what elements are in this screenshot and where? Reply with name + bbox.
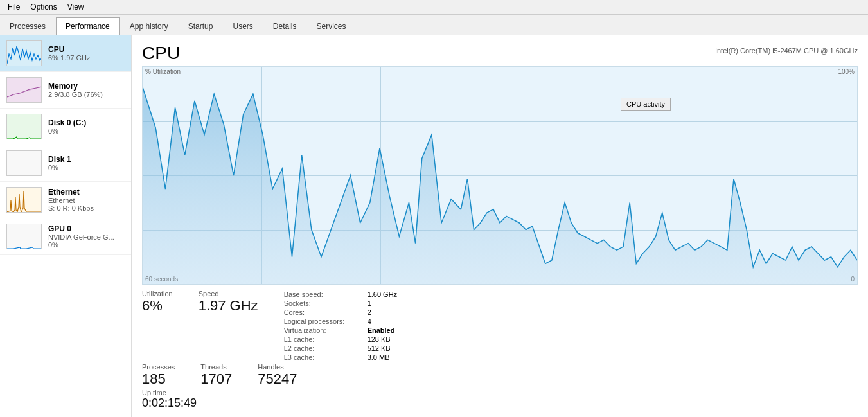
ethernet-sidebar-title: Ethernet [48, 188, 125, 197]
processes-value: 185 [142, 371, 175, 387]
disk0-sidebar-title: Disk 0 (C:) [48, 118, 125, 127]
svg-rect-2 [7, 114, 42, 139]
sidebar-item-cpu[interactable]: CPU 6% 1.97 GHz [0, 35, 131, 72]
svg-rect-1 [7, 78, 42, 103]
virt-label: Virtualization: [284, 326, 368, 335]
gpu0-sidebar-info: GPU 0 NVIDIA GeForce G... 0% [48, 224, 125, 249]
cpu-chart-svg [143, 67, 857, 284]
disk0-sidebar-sub: 0% [48, 127, 125, 135]
gpu0-sidebar-title: GPU 0 [48, 224, 125, 233]
cpu-sidebar-info: CPU 6% 1.97 GHz [48, 45, 125, 62]
svg-marker-6 [143, 87, 857, 284]
cpu-sidebar-sub: 6% 1.97 GHz [48, 54, 125, 62]
disk1-thumbnail [6, 150, 42, 176]
svg-rect-5 [7, 224, 42, 249]
sidebar: CPU 6% 1.97 GHz Memory 2.9/3.8 GB (76%) [0, 35, 132, 417]
uptime-value: 0:02:15:49 [142, 396, 197, 411]
processes-label: Processes [142, 363, 175, 371]
cpu-model: Intel(R) Core(TM) i5-2467M CPU @ 1.60GHz [715, 47, 858, 55]
l2-value: 512 KB [368, 344, 401, 353]
utilization-value: 6% [142, 297, 173, 314]
disk0-sidebar-info: Disk 0 (C:) 0% [48, 118, 125, 135]
uptime-label: Up time [142, 389, 197, 396]
menu-bar: File Options View [0, 0, 868, 15]
stats-row: Utilization 6% Speed 1.97 GHz Base speed… [142, 290, 858, 362]
details-table: Base speed: 1.60 GHz Sockets: 1 Cores: 2 [284, 290, 858, 362]
disk1-sidebar-sub: 0% [48, 164, 125, 172]
sidebar-item-disk1[interactable]: Disk 1 0% [0, 145, 131, 182]
tab-performance[interactable]: Performance [56, 17, 120, 35]
cores-value: 2 [368, 308, 401, 317]
processes-stat: Processes 185 [142, 363, 175, 387]
gpu0-sidebar-sub2: 0% [48, 241, 125, 249]
disk1-sidebar-info: Disk 1 0% [48, 155, 125, 172]
content-area: CPU Intel(R) Core(TM) i5-2467M CPU @ 1.6… [132, 35, 868, 417]
ethernet-thumbnail [6, 187, 42, 213]
utilization-label: Utilization [142, 290, 173, 297]
svg-rect-3 [7, 151, 42, 176]
tab-users[interactable]: Users [223, 17, 262, 35]
speed-stat: Speed 1.97 GHz [199, 290, 258, 362]
cpu-title: CPU [142, 43, 180, 64]
uptime-row: Up time 0:02:15:49 [142, 389, 858, 411]
disk1-sidebar-title: Disk 1 [48, 155, 125, 164]
menu-options[interactable]: Options [25, 1, 62, 13]
menu-file[interactable]: File [3, 1, 25, 13]
svg-rect-0 [7, 41, 42, 66]
memory-sidebar-sub: 2.9/3.8 GB (76%) [48, 91, 125, 98]
ethernet-sidebar-sub2: S: 0 R: 0 Kbps [48, 204, 125, 212]
sidebar-item-memory[interactable]: Memory 2.9/3.8 GB (76%) [0, 72, 131, 109]
menu-view[interactable]: View [62, 1, 89, 13]
tab-details[interactable]: Details [263, 17, 306, 35]
uptime-stat: Up time 0:02:15:49 [142, 389, 197, 411]
l3-label: L3 cache: [284, 353, 368, 362]
speed-label: Speed [199, 290, 258, 297]
ethernet-sidebar-info: Ethernet Ethernet S: 0 R: 0 Kbps [48, 188, 125, 212]
sockets-value: 1 [368, 299, 401, 308]
sidebar-item-gpu0[interactable]: GPU 0 NVIDIA GeForce G... 0% [0, 218, 131, 255]
l1-label: L1 cache: [284, 335, 368, 344]
gpu0-thumbnail [6, 224, 42, 249]
handles-label: Handles [258, 363, 297, 371]
content-header: CPU Intel(R) Core(TM) i5-2467M CPU @ 1.6… [142, 43, 858, 64]
threads-label: Threads [200, 363, 232, 371]
l3-value: 3.0 MB [368, 353, 401, 362]
logical-value: 4 [368, 317, 401, 326]
tab-bar: Processes Performance App history Startu… [0, 15, 868, 35]
l2-label: L2 cache: [284, 344, 368, 353]
handles-stat: Handles 75247 [258, 363, 297, 387]
cpu-chart: % Utilization 100% 0 60 seconds CPU acti… [142, 66, 858, 285]
stats-row-2: Processes 185 Threads 1707 Handles 75247 [142, 363, 858, 387]
ethernet-sidebar-sub: Ethernet [48, 197, 125, 204]
virt-value: Enabled [368, 326, 401, 335]
tab-apphistory[interactable]: App history [120, 17, 178, 35]
base-speed-value: 1.60 GHz [368, 290, 401, 299]
details-section: Base speed: 1.60 GHz Sockets: 1 Cores: 2 [284, 290, 858, 362]
main-layout: CPU 6% 1.97 GHz Memory 2.9/3.8 GB (76%) [0, 35, 868, 417]
tab-services[interactable]: Services [307, 17, 356, 35]
cpu-thumbnail [6, 40, 42, 66]
memory-sidebar-info: Memory 2.9/3.8 GB (76%) [48, 82, 125, 98]
l1-value: 128 KB [368, 335, 401, 344]
sockets-label: Sockets: [284, 299, 368, 308]
base-speed-label: Base speed: [284, 290, 368, 299]
memory-sidebar-title: Memory [48, 82, 125, 91]
cores-label: Cores: [284, 308, 368, 317]
logical-label: Logical processors: [284, 317, 368, 326]
utilization-stat: Utilization 6% [142, 290, 173, 362]
gpu0-sidebar-sub: NVIDIA GeForce G... [48, 233, 125, 241]
tab-startup[interactable]: Startup [179, 17, 223, 35]
sidebar-item-ethernet[interactable]: Ethernet Ethernet S: 0 R: 0 Kbps [0, 182, 131, 218]
sidebar-item-disk0[interactable]: Disk 0 (C:) 0% [0, 109, 131, 145]
handles-value: 75247 [258, 371, 297, 387]
threads-value: 1707 [200, 371, 232, 387]
tab-processes[interactable]: Processes [0, 17, 55, 35]
speed-value: 1.97 GHz [199, 297, 258, 314]
cpu-sidebar-title: CPU [48, 45, 125, 54]
memory-thumbnail [6, 77, 42, 103]
disk0-thumbnail [6, 114, 42, 139]
threads-stat: Threads 1707 [200, 363, 232, 387]
